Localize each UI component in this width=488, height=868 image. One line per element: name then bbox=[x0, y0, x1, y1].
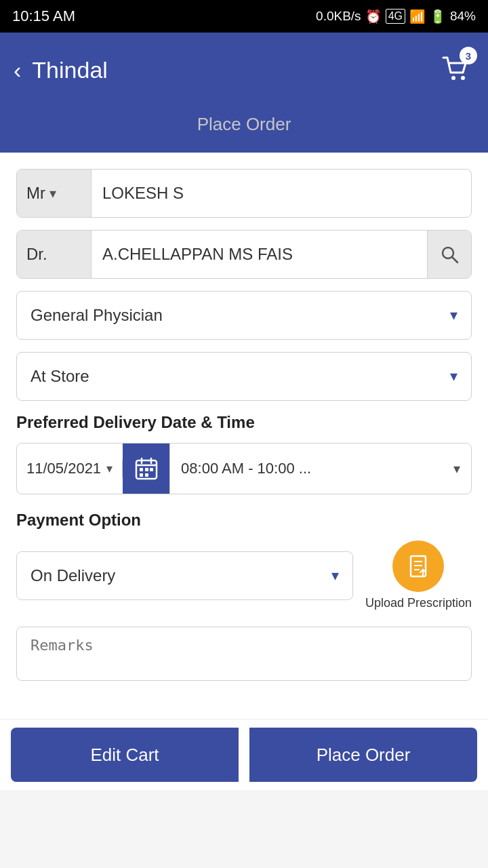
date-value: 11/05/2021 bbox=[26, 460, 101, 477]
svg-point-1 bbox=[461, 76, 465, 80]
payment-section-label: Payment Option bbox=[16, 511, 472, 530]
cart-icon[interactable]: 3 bbox=[439, 52, 472, 87]
upload-label: Upload Prescription bbox=[365, 596, 472, 610]
cart-count: 3 bbox=[460, 47, 477, 64]
time-part[interactable]: 08:00 AM - 10:00 ... ▾ bbox=[170, 460, 471, 477]
cart-icon-wrapper[interactable]: 3 bbox=[439, 52, 472, 87]
svg-rect-10 bbox=[150, 468, 153, 471]
svg-rect-9 bbox=[145, 468, 148, 471]
payment-dropdown[interactable]: On Delivery ▾ bbox=[16, 551, 353, 600]
document-icon bbox=[405, 553, 431, 579]
bottom-bar: Edit Cart Place Order bbox=[0, 719, 488, 790]
datetime-section-label: Preferred Delivery Date & Time bbox=[16, 413, 472, 432]
date-part[interactable]: 11/05/2021 ▾ bbox=[17, 460, 123, 477]
svg-rect-8 bbox=[140, 468, 143, 471]
payment-row: On Delivery ▾ Upload Prescription bbox=[16, 540, 472, 610]
remarks-input[interactable] bbox=[16, 627, 472, 681]
upload-prescription-button[interactable]: Upload Prescription bbox=[365, 540, 472, 610]
doctor-name-input[interactable] bbox=[92, 245, 427, 264]
doctor-label: Dr. bbox=[26, 245, 47, 264]
date-chevron: ▾ bbox=[106, 461, 113, 476]
patient-name-row: Mr ▾ bbox=[16, 169, 472, 218]
status-bar: 10:15 AM 0.0KB/s ⏰ 4G 📶 🔋 84% bbox=[0, 0, 488, 33]
doctor-prefix: Dr. bbox=[17, 231, 92, 278]
payment-chevron: ▾ bbox=[331, 567, 339, 585]
title-label: Mr bbox=[26, 184, 45, 203]
speciality-dropdown[interactable]: General Physician ▾ bbox=[16, 291, 472, 340]
svg-point-0 bbox=[451, 76, 455, 80]
search-icon bbox=[440, 245, 459, 264]
alarm-icon: ⏰ bbox=[365, 9, 382, 24]
speciality-label: General Physician bbox=[30, 306, 450, 325]
search-button[interactable] bbox=[427, 231, 471, 278]
calendar-button[interactable] bbox=[123, 443, 170, 494]
speciality-chevron: ▾ bbox=[450, 307, 458, 324]
sub-header: Place Order bbox=[0, 107, 488, 153]
battery-icon: 🔋 bbox=[430, 9, 446, 24]
delivery-type-chevron: ▾ bbox=[450, 368, 458, 385]
delivery-type-label: At Store bbox=[30, 367, 450, 386]
signal-icon: 📶 bbox=[409, 9, 426, 24]
svg-line-3 bbox=[452, 257, 458, 262]
form-content: Mr ▾ Dr. General Physician ▾ At Store ▾ … bbox=[0, 153, 488, 719]
network-speed: 0.0KB/s bbox=[316, 9, 361, 24]
header-title: Thindal bbox=[32, 57, 108, 83]
edit-cart-button[interactable]: Edit Cart bbox=[11, 728, 239, 782]
time-value: 08:00 AM - 10:00 ... bbox=[181, 460, 311, 477]
header: ‹ Thindal 3 bbox=[0, 33, 488, 107]
upload-icon-circle bbox=[392, 540, 444, 592]
title-prefix[interactable]: Mr ▾ bbox=[17, 170, 92, 217]
datetime-row: 11/05/2021 ▾ 08:00 AM - 10:00 ... ▾ bbox=[16, 443, 472, 494]
payment-option-label: On Delivery bbox=[30, 566, 331, 585]
svg-rect-11 bbox=[140, 473, 143, 477]
time-chevron: ▾ bbox=[453, 460, 460, 477]
status-right: 0.0KB/s ⏰ 4G 📶 🔋 84% bbox=[316, 9, 476, 24]
patient-name-input[interactable] bbox=[92, 184, 471, 203]
delivery-type-dropdown[interactable]: At Store ▾ bbox=[16, 352, 472, 401]
svg-rect-12 bbox=[145, 473, 148, 477]
back-button[interactable]: ‹ bbox=[14, 57, 21, 83]
place-order-button[interactable]: Place Order bbox=[249, 728, 477, 782]
4g-icon: 4G bbox=[386, 9, 405, 24]
status-time: 10:15 AM bbox=[12, 7, 75, 25]
doctor-row: Dr. bbox=[16, 230, 472, 279]
battery-percent: 84% bbox=[450, 9, 476, 24]
page-title: Place Order bbox=[197, 114, 291, 134]
title-chevron: ▾ bbox=[49, 185, 56, 201]
calendar-icon bbox=[134, 456, 159, 481]
